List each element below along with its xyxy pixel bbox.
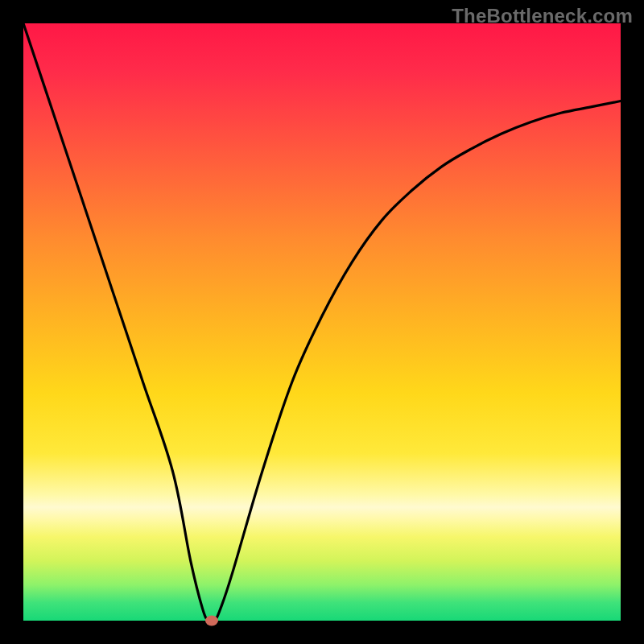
chart-frame: TheBottleneck.com bbox=[0, 0, 644, 644]
plot-area bbox=[23, 23, 621, 621]
optimum-marker bbox=[205, 616, 218, 626]
bottleneck-curve bbox=[23, 23, 621, 621]
